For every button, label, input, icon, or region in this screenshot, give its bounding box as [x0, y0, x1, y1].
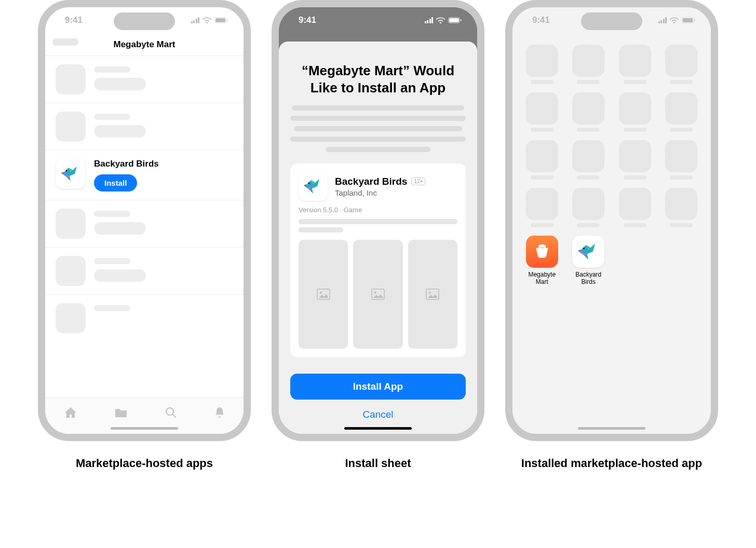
tab-bell-icon[interactable] [214, 406, 225, 421]
svg-point-16 [429, 292, 431, 294]
status-bar: 9:41 [512, 7, 711, 33]
sheet-title: “Megabyte Mart” Would Like to Install an… [294, 62, 462, 96]
status-time: 9:41 [532, 15, 550, 25]
battery-icon [682, 17, 695, 23]
version-category-label: Version 5.5.0 · Game [299, 206, 457, 214]
wifi-icon [670, 17, 679, 23]
app-placeholder[interactable] [569, 140, 609, 180]
phone-home-screen: 9:41 [505, 0, 718, 441]
app-placeholder[interactable] [662, 140, 702, 180]
back-button-placeholder[interactable] [52, 38, 78, 46]
install-sheet: “Megabyte Mart” Would Like to Install an… [279, 42, 477, 434]
app-placeholder[interactable] [615, 188, 655, 227]
app-megabyte-mart[interactable]: Megabyte Mart [522, 236, 562, 286]
svg-rect-18 [683, 18, 693, 22]
app-icon-placeholder [56, 64, 86, 94]
svg-rect-9 [461, 19, 462, 21]
list-item[interactable] [45, 56, 244, 103]
screenshot-placeholder[interactable] [299, 240, 348, 349]
status-bar: 9:41 [45, 7, 244, 33]
phone-marketplace: 9:41 Megabyte Mart [38, 0, 251, 441]
app-placeholder[interactable] [569, 45, 609, 84]
list-item[interactable] [45, 103, 244, 150]
wifi-icon [436, 17, 445, 23]
list-item-backyard-birds[interactable]: Backyard Birds Install [45, 150, 244, 200]
screenshot-placeholder[interactable] [353, 240, 402, 349]
app-placeholder[interactable] [522, 140, 562, 180]
app-placeholder[interactable] [569, 188, 609, 227]
svg-rect-8 [449, 18, 459, 22]
status-time: 9:41 [65, 15, 83, 25]
app-icon-placeholder [56, 209, 86, 239]
caption-installed: Installed marketplace-hosted app [521, 457, 702, 470]
tab-home-icon[interactable] [64, 406, 77, 421]
battery-icon [214, 17, 228, 23]
navigation-bar: Megabyte Mart [45, 33, 244, 56]
svg-point-3 [66, 170, 68, 172]
app-placeholder[interactable] [522, 188, 562, 227]
svg-line-6 [172, 414, 176, 418]
home-indicator[interactable] [344, 427, 412, 430]
svg-point-10 [308, 183, 310, 184]
app-placeholder[interactable] [569, 92, 609, 132]
svg-rect-4 [115, 412, 127, 417]
tab-search-icon[interactable] [165, 406, 177, 421]
caption-install-sheet: Install sheet [345, 457, 411, 470]
caption-marketplace: Marketplace-hosted apps [76, 457, 213, 470]
svg-point-5 [166, 408, 173, 415]
svg-rect-1 [215, 18, 225, 22]
cancel-button[interactable]: Cancel [290, 409, 466, 420]
app-placeholder[interactable] [662, 45, 702, 84]
developer-label: Tapland, Inc [335, 188, 425, 197]
page-title: Megabyte Mart [113, 39, 175, 50]
megabyte-mart-icon [526, 236, 558, 268]
svg-rect-19 [694, 19, 695, 21]
home-screen-grid: Megabyte Mart Backyard Birds [512, 33, 711, 286]
app-name-label: Backyard Birds [335, 176, 407, 187]
svg-point-12 [320, 292, 322, 294]
app-icon-backyard-birds [56, 159, 86, 189]
svg-rect-2 [227, 19, 228, 21]
install-button[interactable]: Install [94, 174, 137, 191]
app-icon-backyard-birds [299, 172, 328, 201]
list-item[interactable] [45, 200, 244, 248]
status-time: 9:41 [299, 15, 316, 25]
description-placeholder [290, 105, 466, 152]
cellular-icon [191, 17, 200, 23]
backyard-birds-icon [572, 236, 604, 268]
wifi-icon [203, 17, 211, 23]
app-placeholder[interactable] [615, 45, 655, 84]
list-item[interactable] [45, 295, 244, 341]
app-placeholder[interactable] [522, 92, 562, 132]
cellular-icon [658, 17, 667, 23]
battery-icon [448, 17, 462, 23]
app-placeholder[interactable] [662, 188, 702, 227]
cellular-icon [425, 17, 434, 23]
home-indicator[interactable] [578, 427, 645, 430]
app-backyard-birds[interactable]: Backyard Birds [569, 236, 609, 286]
app-placeholder[interactable] [662, 92, 702, 132]
svg-point-14 [374, 292, 376, 294]
app-placeholder[interactable] [615, 92, 655, 132]
svg-point-20 [583, 248, 585, 249]
app-label: Megabyte Mart [522, 271, 562, 286]
tab-folder-icon[interactable] [114, 407, 128, 420]
screenshots-row[interactable] [299, 240, 457, 349]
install-app-button[interactable]: Install App [290, 374, 466, 400]
app-label: Backyard Birds [569, 271, 609, 286]
app-list: Backyard Birds Install [45, 56, 244, 341]
home-indicator[interactable] [111, 427, 178, 430]
phone-install-sheet: 9:41 “Megabyte Mart” Would Like to Insta… [272, 0, 484, 441]
app-icon-placeholder [56, 303, 86, 333]
list-item[interactable] [45, 248, 244, 295]
app-placeholder[interactable] [522, 45, 562, 84]
app-name-label: Backyard Birds [94, 159, 233, 169]
status-bar: 9:41 [279, 7, 477, 33]
app-icon-placeholder [56, 112, 86, 142]
app-icon-placeholder [56, 256, 86, 286]
app-card: Backyard Birds 12+ Tapland, Inc Version … [290, 163, 466, 357]
app-placeholder[interactable] [615, 140, 655, 180]
screenshot-placeholder[interactable] [408, 240, 457, 349]
age-rating-badge: 12+ [411, 177, 425, 185]
